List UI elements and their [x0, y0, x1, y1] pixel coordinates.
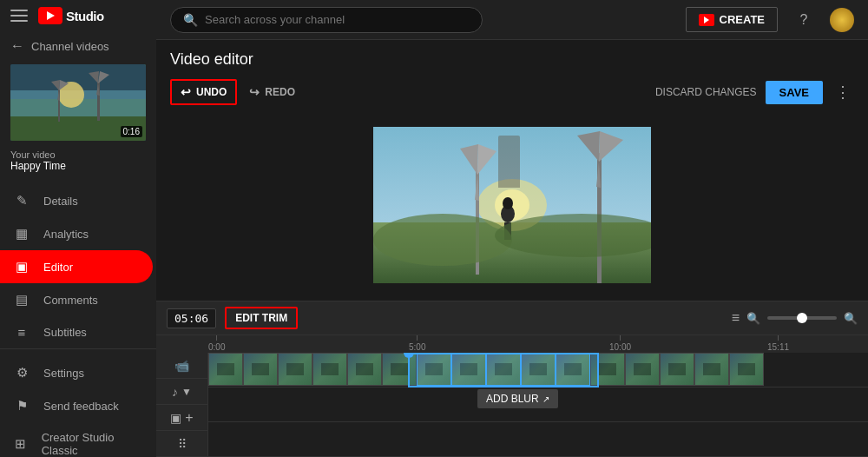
search-input[interactable] [205, 13, 470, 26]
film-frame [590, 353, 625, 386]
sidebar-item-editor-label: Editor [43, 261, 73, 274]
sidebar-item-comments[interactable]: ▤ Comments [0, 283, 153, 316]
subtitles-icon: ≡ [14, 325, 30, 340]
search-bar[interactable]: 🔍 [170, 7, 483, 33]
create-button[interactable]: CREATE [686, 7, 778, 32]
sidebar-header: Studio [0, 0, 156, 31]
add-blur-label: ADD BLUR [486, 393, 539, 405]
hamburger-menu[interactable] [10, 10, 28, 22]
editor-header: Video editor [156, 40, 868, 76]
film-frame [243, 353, 278, 386]
redo-label: REDO [265, 86, 295, 98]
sidebar-item-settings-label: Settings [43, 367, 84, 380]
track-content: ADD BLUR ↗ [208, 353, 868, 457]
main-content: 🔍 CREATE ? Video editor ↩ UNDO ↪ REDO [156, 0, 868, 457]
svg-point-26 [503, 197, 513, 209]
undo-label: UNDO [196, 86, 227, 98]
search-icon: 🔍 [183, 13, 198, 27]
edit-trim-button[interactable]: EDIT TRIM [225, 307, 298, 329]
grid-icon: ⠿ [178, 437, 187, 451]
add-blur-tooltip[interactable]: ADD BLUR ↗ [477, 389, 558, 408]
details-icon: ✎ [14, 193, 30, 209]
sidebar-item-analytics[interactable]: ▦ Analytics [0, 217, 153, 250]
sidebar-bottom: ⚙ Settings ⚑ Send feedback ⊞ Creator Stu… [0, 348, 156, 457]
video-info: Your video Happy Time [0, 144, 156, 177]
film-frame [729, 353, 764, 386]
sidebar-item-feedback[interactable]: ⚑ Send feedback [0, 389, 153, 422]
caption-track [208, 422, 868, 457]
back-nav-label: Channel videos [31, 40, 109, 53]
back-to-channel[interactable]: ← Channel videos [0, 31, 156, 61]
sidebar-item-classic[interactable]: ⊞ Creator Studio Classic [0, 422, 153, 457]
playhead [408, 353, 410, 387]
logo-area: Studio [38, 7, 104, 24]
film-frame-selected [486, 353, 521, 386]
film-frame-selected [417, 353, 451, 386]
film-frame [312, 353, 347, 386]
zoom-thumb [797, 313, 807, 323]
sidebar-nav: ✎ Details ▦ Analytics ▣ Editor ▤ Comment… [0, 184, 156, 348]
film-frame [694, 353, 729, 386]
camera-icon: 📹 [174, 359, 189, 373]
undo-button[interactable]: ↩ UNDO [170, 79, 237, 105]
sidebar-item-details[interactable]: ✎ Details [0, 184, 153, 217]
comments-icon: ▤ [14, 292, 30, 308]
external-link-icon: ↗ [542, 394, 549, 404]
discard-changes-button[interactable]: DISCARD CHANGES [655, 86, 757, 98]
redo-button[interactable]: ↪ REDO [240, 81, 304, 103]
svg-point-27 [373, 214, 512, 266]
back-arrow-icon: ← [10, 38, 24, 54]
undo-icon: ↩ [181, 85, 191, 99]
topbar-right: CREATE ? [686, 7, 854, 32]
film-frame [347, 353, 382, 386]
film-frame-selected [521, 353, 556, 386]
track-controls: 📹 ♪ ▼ ▣ + ⠿ [156, 353, 208, 457]
more-options-button[interactable]: ⋮ [832, 79, 854, 105]
zoom-slider[interactable] [767, 316, 837, 320]
audio-expand-icon[interactable]: ▼ [181, 386, 192, 398]
studio-logo-text: Studio [66, 9, 104, 23]
timeline-area: 05:06 EDIT TRIM ≡ 🔍 🔍 0:00 5:00 10:00 [156, 301, 868, 457]
film-frame-selected [451, 353, 486, 386]
toolbar-right: DISCARD CHANGES SAVE ⋮ [655, 79, 854, 105]
video-track-control: 📹 [156, 353, 207, 379]
add-caption-icon[interactable]: + [185, 410, 193, 426]
sidebar-item-feedback-label: Send feedback [43, 400, 119, 413]
film-frame [625, 353, 660, 386]
video-thumbnail-area[interactable]: 0:16 [10, 64, 146, 141]
sidebar-item-subtitles-label: Subtitles [43, 326, 87, 339]
ruler-mark-3: 15:11 [767, 335, 789, 352]
sidebar-item-subtitles[interactable]: ≡ Subtitles [0, 316, 153, 348]
sidebar-item-classic-label: Creator Studio Classic [42, 431, 139, 457]
sidebar: Studio ← Channel videos [0, 0, 156, 457]
topbar: 🔍 CREATE ? [156, 0, 868, 40]
timeline-tracks: 📹 ♪ ▼ ▣ + ⠿ [156, 353, 868, 457]
create-label: CREATE [720, 13, 765, 26]
timeline-ruler: 0:00 5:00 10:00 15:11 [156, 335, 868, 353]
timecode-display: 05:06 [167, 308, 216, 328]
sidebar-item-settings[interactable]: ⚙ Settings [0, 356, 153, 389]
timeline-menu-lines[interactable]: ≡ [732, 310, 740, 326]
youtube-icon [38, 7, 62, 24]
create-video-icon [699, 14, 714, 26]
zoom-in-icon[interactable]: 🔍 [844, 312, 858, 325]
zoom-out-icon[interactable]: 🔍 [746, 312, 760, 325]
ruler-marks: 0:00 5:00 10:00 15:11 [208, 335, 816, 353]
help-button[interactable]: ? [792, 8, 816, 32]
extra-track-control: ⠿ [156, 431, 207, 457]
film-strip [208, 353, 868, 387]
ruler-mark-0: 0:00 [208, 335, 225, 352]
preview-video-frame [373, 127, 651, 283]
settings-icon: ⚙ [14, 365, 30, 381]
video-info-label: Your video [10, 149, 146, 160]
sidebar-item-editor[interactable]: ▣ Editor [0, 250, 153, 283]
sidebar-item-analytics-label: Analytics [43, 228, 89, 241]
analytics-icon: ▦ [14, 226, 30, 242]
account-avatar[interactable] [830, 8, 854, 32]
feedback-icon: ⚑ [14, 398, 30, 414]
classic-icon: ⊞ [14, 436, 28, 452]
save-button[interactable]: SAVE [766, 81, 823, 104]
timeline-controls-right: ≡ 🔍 🔍 [732, 310, 858, 326]
video-preview [156, 109, 868, 301]
film-frame [382, 353, 417, 386]
